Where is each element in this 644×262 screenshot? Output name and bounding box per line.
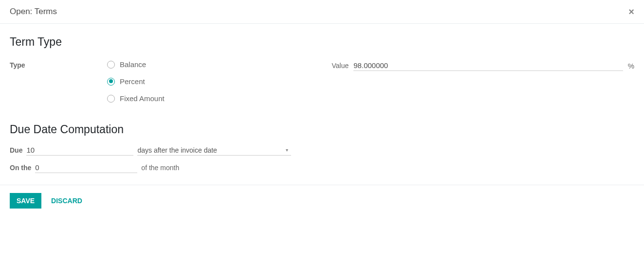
on-the-input[interactable] — [35, 162, 137, 173]
type-radio-balance-label: Balance — [120, 60, 146, 69]
value-input[interactable] — [353, 60, 623, 71]
value-label: Value — [332, 62, 349, 70]
type-radio-group: Balance Percent Fixed Amount — [107, 60, 165, 103]
modal-body: Term Type Type Balance Percent Fixed — [0, 24, 644, 185]
due-row: Due ▾ — [10, 145, 634, 156]
term-type-grid: Type Balance Percent Fixed Amount — [10, 60, 634, 103]
modal-header: Open: Terms × — [0, 0, 644, 24]
radio-icon — [107, 78, 115, 86]
term-type-heading: Term Type — [10, 35, 634, 49]
discard-button[interactable]: Discard — [51, 197, 82, 205]
type-label: Type — [10, 60, 107, 69]
save-button[interactable]: Save — [10, 193, 41, 209]
due-number-input[interactable] — [26, 145, 133, 156]
type-radio-fixed-label: Fixed Amount — [120, 94, 165, 103]
due-basis-select[interactable] — [137, 145, 291, 156]
on-the-label: On the — [10, 164, 31, 172]
type-radio-percent-label: Percent — [120, 77, 145, 86]
type-radio-balance[interactable]: Balance — [107, 60, 165, 69]
radio-icon — [107, 95, 115, 103]
close-icon[interactable]: × — [628, 7, 634, 17]
on-the-row: On the of the month — [10, 162, 634, 173]
due-date-heading: Due Date Computation — [10, 123, 634, 136]
type-radio-percent[interactable]: Percent — [107, 77, 165, 86]
type-radio-fixed[interactable]: Fixed Amount — [107, 94, 165, 103]
due-label: Due — [10, 146, 22, 154]
value-unit: % — [628, 62, 634, 70]
radio-icon — [107, 61, 115, 69]
on-the-suffix: of the month — [141, 164, 179, 172]
modal-footer: Save Discard — [0, 185, 644, 216]
modal-title: Open: Terms — [10, 7, 57, 17]
